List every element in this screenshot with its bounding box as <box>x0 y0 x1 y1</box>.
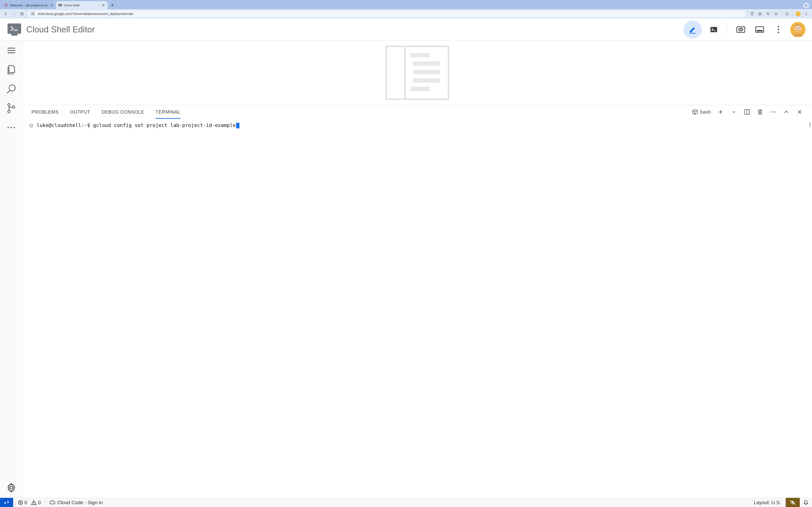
header-actions <box>683 20 805 39</box>
svg-rect-21 <box>711 27 717 32</box>
svg-line-39 <box>7 91 10 93</box>
svg-point-59 <box>33 504 34 504</box>
settings-button[interactable] <box>6 482 17 493</box>
browser-tab-strip: Welcome – lab-project-id-ex Cloud Shell <box>0 0 812 9</box>
bottom-panel: PROBLEMS OUTPUT DEBUG CONSOLE TERMINAL $… <box>22 105 812 498</box>
svg-point-40 <box>8 104 10 106</box>
page-title: Cloud Shell Editor <box>26 25 95 35</box>
source-control-button[interactable] <box>6 103 17 114</box>
more-views-button[interactable] <box>6 122 17 133</box>
keyboard-layout-label: Layout: U.S. <box>754 500 781 505</box>
kill-terminal-button[interactable] <box>757 108 764 115</box>
panel-tab-bar: PROBLEMS OUTPUT DEBUG CONSOLE TERMINAL $… <box>22 105 812 119</box>
open-terminal-button[interactable] <box>707 23 721 36</box>
browser-tab-active[interactable]: Cloud Shell <box>56 1 108 9</box>
terminal-prompt-user: luke@cloudshell <box>37 122 81 128</box>
terminal-shell-selector[interactable]: $ bash <box>692 109 711 115</box>
svg-rect-27 <box>757 30 763 32</box>
browser-tab-title: Cloud Shell <box>64 3 100 7</box>
terminal-task-indicator-icon <box>30 124 33 127</box>
errors-count[interactable]: 0 <box>18 500 27 505</box>
cloudshell-favicon-icon <box>58 3 62 7</box>
activity-bar <box>0 41 22 498</box>
open-editor-button[interactable] <box>683 20 702 39</box>
keyboard-layout-button[interactable]: Layout: U.S. <box>749 498 786 507</box>
svg-point-28 <box>778 26 779 27</box>
cloud-shell-logo-icon <box>7 23 21 36</box>
tab-debug-console[interactable]: DEBUG CONSOLE <box>101 105 144 119</box>
svg-point-54 <box>771 111 772 112</box>
install-icon[interactable] <box>757 10 764 17</box>
profile-avatar-icon[interactable] <box>795 10 802 17</box>
open-in-new-window-button[interactable] <box>753 23 766 36</box>
address-url: shell.cloud.google.com/?show=ide&environ… <box>38 12 133 16</box>
forward-button[interactable] <box>10 10 17 17</box>
svg-point-33 <box>796 27 797 29</box>
header-divider <box>727 23 727 36</box>
status-warning-badge[interactable] <box>786 498 800 507</box>
empty-editor-illustration-icon <box>386 46 449 100</box>
address-bar[interactable]: shell.cloud.google.com/?show=ide&environ… <box>28 10 746 17</box>
search-button[interactable] <box>6 83 17 95</box>
tab-terminal[interactable]: TERMINAL <box>156 105 181 119</box>
toolbar-right <box>749 10 810 17</box>
bash-cube-icon: $ <box>692 109 698 115</box>
maximize-panel-button[interactable] <box>783 108 790 115</box>
browser-tab-inactive[interactable]: Welcome – lab-project-id-ex <box>2 1 56 9</box>
svg-rect-2 <box>58 4 62 6</box>
svg-point-1 <box>5 4 7 6</box>
browser-tab-title: Welcome – lab-project-id-ex <box>10 3 48 7</box>
panel-more-button[interactable] <box>770 108 777 115</box>
bookmark-star-icon[interactable] <box>772 10 779 17</box>
menu-button[interactable] <box>6 45 17 56</box>
more-options-button[interactable] <box>772 23 785 36</box>
svg-point-18 <box>806 14 807 15</box>
svg-text:$: $ <box>694 112 695 114</box>
remote-indicator-button[interactable] <box>0 498 13 507</box>
status-bar: 0 0 Cloud Code - Sign in Layout: U.S. <box>0 498 812 507</box>
new-tab-button[interactable] <box>109 2 116 8</box>
reload-button[interactable] <box>18 10 26 17</box>
work-area: PROBLEMS OUTPUT DEBUG CONSOLE TERMINAL $… <box>0 41 812 498</box>
svg-point-29 <box>778 29 779 30</box>
tab-output[interactable]: OUTPUT <box>70 105 90 119</box>
svg-line-13 <box>768 14 769 15</box>
svg-point-16 <box>806 12 807 13</box>
preview-button[interactable] <box>734 23 748 36</box>
close-icon[interactable] <box>101 3 105 7</box>
new-terminal-button[interactable] <box>717 108 724 115</box>
split-terminal-button[interactable] <box>744 108 751 115</box>
cloud-code-label: Cloud Code - Sign in <box>57 500 103 505</box>
status-left: 0 0 Cloud Code - Sign in <box>13 498 107 507</box>
chrome-menu-icon[interactable] <box>803 10 810 17</box>
split-terminal-chevron-icon[interactable] <box>730 108 737 115</box>
svg-point-17 <box>806 14 807 14</box>
close-icon[interactable] <box>50 3 54 7</box>
error-icon <box>18 500 23 505</box>
svg-point-42 <box>12 106 15 108</box>
tab-problems[interactable]: PROBLEMS <box>32 105 59 119</box>
tab-search-button[interactable] <box>803 2 809 8</box>
svg-point-55 <box>773 111 774 112</box>
terminal-shell-label: bash <box>700 109 711 115</box>
warnings-value: 0 <box>38 500 41 505</box>
explorer-button[interactable] <box>6 64 17 75</box>
warnings-count[interactable]: 0 <box>31 500 41 505</box>
terminal-scrollbar[interactable] <box>809 122 811 127</box>
clipboard-icon[interactable] <box>749 10 756 17</box>
terminal-body[interactable]: luke@cloudshell:~$ gcloud config set pro… <box>22 119 812 498</box>
back-button[interactable] <box>2 10 9 17</box>
editor-empty-state <box>22 41 812 105</box>
svg-point-7 <box>33 14 34 14</box>
close-panel-button[interactable] <box>796 108 803 115</box>
account-avatar[interactable] <box>791 22 805 37</box>
svg-point-34 <box>799 27 800 29</box>
extensions-icon[interactable] <box>783 10 791 17</box>
terminal-command: gcloud config set project lab-project-id… <box>93 122 236 128</box>
zoom-icon[interactable] <box>765 10 772 17</box>
site-info-icon[interactable] <box>31 11 35 16</box>
cloud-icon <box>49 500 56 505</box>
notifications-button[interactable] <box>800 498 812 507</box>
panel-actions: $ bash <box>692 108 803 115</box>
cloud-code-signin[interactable]: Cloud Code - Sign in <box>49 500 103 505</box>
